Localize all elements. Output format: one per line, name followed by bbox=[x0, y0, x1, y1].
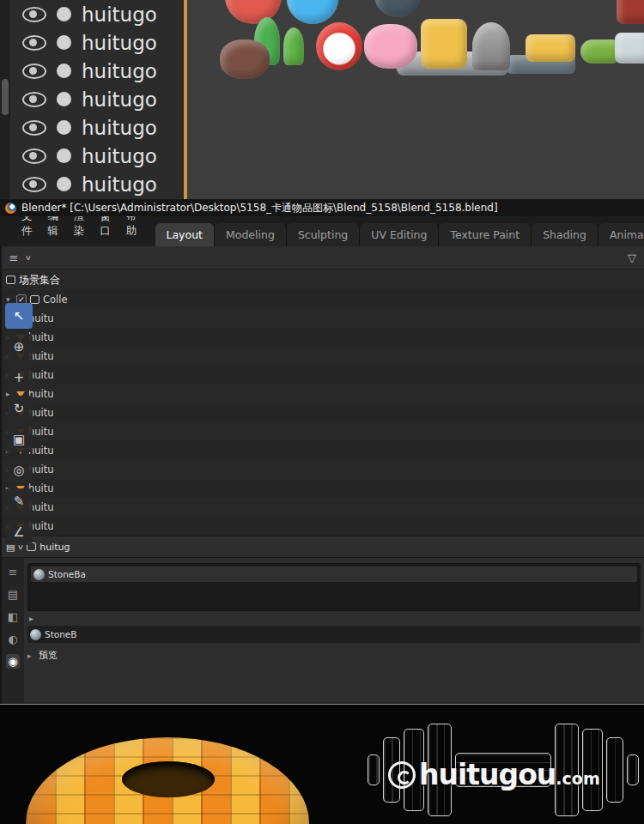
workspace-tab-animation[interactable]: Animation bbox=[598, 223, 644, 246]
material-slot-row[interactable]: StoneBa bbox=[31, 566, 637, 582]
outliner-row[interactable]: huitugo bbox=[10, 28, 184, 57]
tombstone[interactable] bbox=[472, 22, 510, 70]
outliner-item-label: huitugo bbox=[82, 3, 157, 26]
yellow-truck[interactable] bbox=[526, 34, 575, 62]
disable-icon[interactable] bbox=[57, 64, 71, 78]
outliner-item-row[interactable]: ▸huitu bbox=[2, 479, 644, 498]
alarm-clock[interactable] bbox=[316, 22, 362, 70]
disable-icon[interactable] bbox=[57, 92, 71, 106]
disable-icon[interactable] bbox=[57, 148, 71, 163]
menu-文件[interactable]: 文件 bbox=[14, 216, 40, 241]
material-selector[interactable]: StoneB bbox=[27, 626, 641, 643]
menu-渲染[interactable]: 渲染 bbox=[66, 216, 93, 241]
preview-section-row[interactable]: ▸ 预览 bbox=[27, 649, 641, 662]
expand-icon[interactable]: ▸ bbox=[29, 614, 641, 623]
outliner-item-row[interactable]: ▸huitu bbox=[2, 309, 644, 328]
material-tab[interactable]: ◉ bbox=[6, 654, 19, 669]
dumbbell-cap bbox=[368, 754, 380, 785]
disable-icon[interactable] bbox=[57, 35, 71, 50]
move-tool[interactable]: + bbox=[5, 365, 33, 391]
render-tab[interactable]: ▤ bbox=[6, 587, 20, 602]
eye-icon[interactable] bbox=[22, 64, 46, 79]
orb-partial[interactable] bbox=[374, 0, 421, 17]
menu-窗口[interactable]: 窗口 bbox=[93, 216, 119, 241]
dumbbell-plate bbox=[606, 737, 623, 803]
top-outliner-rows: huitugohuitugohuitugohuitugohuitugohuitu… bbox=[10, 0, 184, 198]
eye-icon[interactable] bbox=[22, 177, 46, 192]
disable-icon[interactable] bbox=[57, 177, 71, 191]
outliner-row[interactable]: huitugo bbox=[10, 0, 184, 28]
menu-帮助[interactable]: 帮助 bbox=[118, 216, 145, 241]
outliner-row[interactable]: huitugo bbox=[10, 57, 184, 85]
scene-collection-label: 场景集合 bbox=[19, 273, 60, 288]
outliner-item-row[interactable]: ▸huitu bbox=[2, 441, 644, 460]
workspace-tab-texture-paint[interactable]: Texture Paint bbox=[439, 223, 532, 246]
filter-icon[interactable]: ▽ bbox=[624, 249, 640, 266]
outliner-item-label: huitugo bbox=[82, 60, 157, 82]
dumbbell-cap bbox=[627, 754, 639, 785]
cursor-tool[interactable]: ⊕ bbox=[5, 334, 33, 360]
menu-编辑[interactable]: 编辑 bbox=[40, 216, 67, 241]
outliner-item-row[interactable]: ▸huitu bbox=[2, 385, 644, 403]
chevron-down-icon[interactable]: ∨ bbox=[25, 254, 32, 262]
window-title: Blender* [C:\Users\Administrator\Desktop… bbox=[21, 201, 498, 215]
gold-dog[interactable] bbox=[421, 19, 467, 69]
material-name: StoneB bbox=[45, 629, 77, 639]
workspace-tab-sculpting[interactable]: Sculpting bbox=[287, 223, 360, 246]
outliner-row[interactable]: huitugo bbox=[10, 170, 184, 198]
workspace-tab-layout[interactable]: Layout bbox=[155, 223, 216, 246]
panel-divider[interactable] bbox=[184, 0, 187, 199]
outliner-item-row[interactable]: ▸huitu bbox=[2, 328, 644, 347]
workspace-tab-shading[interactable]: Shading bbox=[532, 223, 598, 246]
tool-tab[interactable]: ≡ bbox=[7, 565, 20, 579]
scrollbar[interactable] bbox=[0, 0, 10, 199]
material-slot-list[interactable]: StoneBa bbox=[27, 563, 641, 611]
workspace-tab-uv-editing[interactable]: UV Editing bbox=[360, 223, 439, 246]
outliner-items: ▸huitu▸huitu▸huitu▸huitu▸huitu▸huitu▸hui… bbox=[2, 309, 644, 536]
silver-rocks[interactable] bbox=[615, 33, 644, 64]
properties-content: StoneBa ▸ StoneB ▸ 预览 bbox=[24, 558, 644, 702]
annotate-tool[interactable]: ✎ bbox=[5, 488, 33, 514]
outliner-item-row[interactable]: ▸huitu bbox=[2, 422, 644, 441]
collection-row[interactable]: ▾ ✓ Colle bbox=[2, 290, 644, 309]
outliner-item-row[interactable]: ▸huitu bbox=[2, 460, 644, 479]
scrollbar-thumb[interactable] bbox=[2, 79, 9, 115]
outliner-item-row[interactable]: ▸huitu bbox=[2, 347, 644, 366]
measure-tool[interactable]: ∠ bbox=[5, 519, 33, 545]
eye-icon[interactable] bbox=[22, 148, 46, 164]
disable-icon[interactable] bbox=[57, 120, 71, 135]
pig[interactable] bbox=[364, 24, 417, 69]
pine-tree-small[interactable] bbox=[283, 27, 304, 65]
disable-icon[interactable] bbox=[57, 7, 71, 21]
outliner-row[interactable]: huitugo bbox=[10, 85, 184, 113]
properties-breadcrumb: huitug bbox=[39, 542, 70, 553]
eye-icon[interactable] bbox=[22, 35, 46, 51]
output-tab[interactable]: ◧ bbox=[6, 609, 20, 624]
outliner-editor-icon[interactable]: ≡ bbox=[6, 249, 21, 266]
workspace-tab-modeling[interactable]: Modeling bbox=[215, 223, 287, 246]
scene-collection-row[interactable]: 场景集合 bbox=[2, 270, 644, 290]
preview-label: 预览 bbox=[39, 649, 58, 662]
scale-tool[interactable]: ▣ bbox=[5, 427, 33, 452]
outliner-item-label: huitugo bbox=[82, 173, 157, 196]
transform-tool[interactable]: ◎ bbox=[5, 457, 33, 483]
world-tab[interactable]: ◐ bbox=[6, 632, 19, 646]
blender-screenshot: huitugohuitugohuitugohuitugohuitugohuitu… bbox=[0, 0, 644, 824]
poop[interactable] bbox=[220, 39, 270, 79]
expand-icon: ▸ bbox=[27, 651, 34, 660]
outliner-item-row[interactable]: ▸huitu bbox=[2, 403, 644, 422]
book-partial[interactable] bbox=[617, 0, 644, 24]
select-box-tool[interactable]: ↖ bbox=[5, 303, 33, 329]
outliner-item-row[interactable]: ▸huitu bbox=[2, 366, 644, 385]
outliner-item-row[interactable]: ▸huitu bbox=[2, 517, 644, 536]
rotate-tool[interactable]: ↻ bbox=[5, 396, 33, 421]
outliner-row[interactable]: huitugo bbox=[10, 142, 184, 170]
eye-icon[interactable] bbox=[22, 7, 46, 22]
ball-partial[interactable] bbox=[287, 0, 338, 24]
eye-icon[interactable] bbox=[22, 120, 46, 136]
outliner-header: ≡ ∨ ▽ bbox=[2, 246, 644, 270]
outliner-item-row[interactable]: ▸huitu bbox=[2, 498, 644, 517]
eye-icon[interactable] bbox=[22, 92, 46, 107]
watermark: huitugou .com bbox=[388, 758, 600, 791]
outliner-row[interactable]: huitugo bbox=[10, 113, 184, 142]
